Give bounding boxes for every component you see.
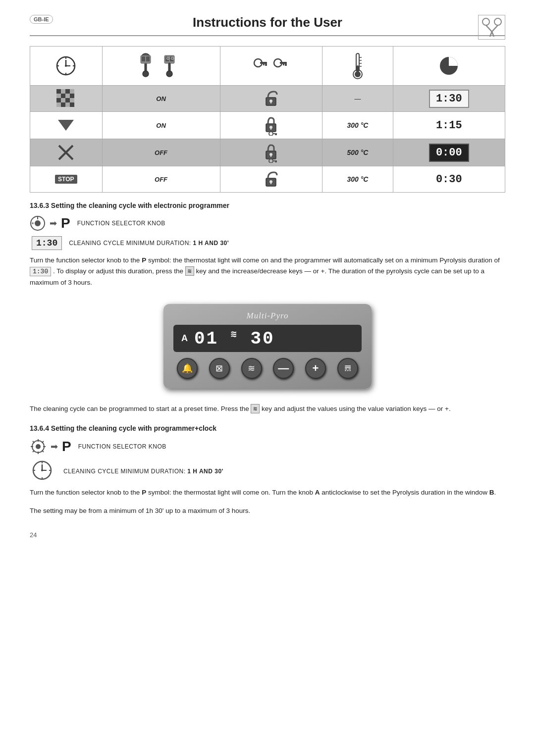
inline-key-icon: ≋	[185, 266, 194, 276]
header-icon	[478, 15, 505, 40]
step-3-icons: ➡ P	[30, 438, 71, 455]
control-panel: Multi-Pyro A 01 ≋ 30 🔔 ⊠ ≋ — +	[163, 304, 372, 389]
panel-title: Multi-Pyro	[173, 311, 362, 321]
svg-rect-33	[260, 62, 267, 64]
svg-rect-53	[70, 89, 74, 94]
locale-badge: GB-IE	[30, 15, 53, 24]
svg-rect-23	[146, 56, 150, 61]
cell-dash: —	[322, 86, 393, 112]
step-4-clock-box	[32, 460, 53, 482]
cell-time-3: 0:00	[393, 139, 505, 166]
svg-rect-68	[270, 101, 271, 103]
svg-point-0	[482, 18, 489, 25]
svg-rect-71	[270, 127, 271, 130]
cell-temp-2: 300 °C	[322, 112, 393, 139]
lock-open-icon	[263, 89, 279, 108]
cell-lock-open-1	[220, 86, 322, 112]
svg-point-93	[36, 444, 41, 449]
big-P-icon-2: P	[62, 439, 71, 454]
section-1-title: 13.6.3 Setting the cleaning cycle with e…	[30, 202, 505, 209]
step-2-time: 1:30	[32, 236, 62, 250]
arrow-right-icon-2: ➡	[51, 441, 58, 452]
step-clock-icon	[32, 460, 53, 481]
status-table: − + ⚙ ⚙	[30, 46, 505, 193]
pie-icon	[398, 56, 500, 76]
cell-time-4: 0:30	[393, 166, 505, 193]
step-2-label: CLEANING CYCLE MINIMUM DURATION: 1 h and…	[69, 240, 229, 247]
single-thermo-icon	[327, 51, 387, 80]
x-button[interactable]: ⊠	[209, 358, 230, 379]
btn-x: ⊠	[209, 358, 230, 379]
svg-rect-65	[70, 102, 74, 107]
big-P-icon-1: P	[61, 215, 70, 231]
clock-icon	[35, 55, 97, 76]
svg-point-105	[41, 469, 43, 471]
display-wave-icon: ≋	[231, 329, 238, 340]
step-2-time-box: 1:30	[32, 236, 62, 250]
stop-badge: STOP	[55, 175, 77, 184]
col-thermo-pair: − + ⚙ ⚙	[102, 47, 220, 86]
svg-point-9	[65, 65, 67, 67]
panel-buttons: 🔔 ⊠ ≋ — + 𝌋	[173, 358, 362, 379]
page-header: GB-IE Instructions for the User	[30, 15, 505, 36]
wave-button[interactable]: ≋	[241, 358, 262, 379]
cell-lock-key	[220, 112, 322, 139]
page-number: 24	[30, 531, 505, 539]
svg-rect-51	[61, 89, 65, 94]
btn-vibrate: 𝌋	[337, 358, 358, 379]
plus-button[interactable]: +	[305, 358, 326, 379]
inline-P-1: P	[142, 256, 146, 264]
lock-with-key-icon	[263, 115, 279, 136]
body-text-2: The cleaning cycle can be programmed to …	[30, 403, 505, 414]
svg-line-99	[42, 451, 44, 453]
inline-time-display: 1:30	[30, 267, 51, 276]
step-3-row: ➡ P FUNCTION SELECTOR KNOB	[30, 438, 505, 455]
bell-button[interactable]: 🔔	[177, 358, 198, 379]
svg-rect-87	[270, 182, 271, 184]
cell-off-2: OFF	[102, 166, 220, 193]
body-text-1: Turn the function selector knob to the P…	[30, 255, 505, 288]
cell-temp-4: 300 °C	[322, 166, 393, 193]
inline-key-2: ≋	[251, 404, 260, 413]
svg-rect-61	[70, 98, 74, 102]
arrow-down-icon	[58, 120, 74, 131]
svg-point-89	[35, 220, 41, 226]
svg-rect-35	[263, 64, 265, 65]
table-row-1: ON — 1:30	[30, 86, 505, 112]
svg-rect-80	[270, 154, 271, 157]
tool-icon	[481, 17, 503, 38]
table-header-row: − + ⚙ ⚙	[30, 47, 505, 86]
cell-time-1: 1:30	[393, 86, 505, 112]
key-left-icon	[253, 57, 269, 75]
knob-A-label: A	[315, 489, 320, 496]
body-text-3: Turn the function selector knob to the P…	[30, 487, 505, 498]
svg-text:⚙: ⚙	[170, 56, 174, 61]
key-right-icon	[273, 57, 289, 75]
svg-line-5	[492, 32, 494, 37]
cell-checkered	[30, 86, 103, 112]
svg-line-3	[492, 25, 498, 32]
btn-plus: +	[305, 358, 326, 379]
step-4-label: CLEANING CYCLE MINIMUM DURATION: 1 h and…	[63, 468, 223, 475]
svg-line-98	[33, 441, 35, 443]
thermo-left-icon: − +	[140, 53, 159, 79]
panel-display: A 01 ≋ 30	[173, 325, 362, 352]
table-row-3: OFF 500 °C 0:00	[30, 139, 505, 166]
cell-x	[30, 139, 103, 166]
body-text-4: The setting may be from a minimum of 1h …	[30, 505, 505, 516]
svg-text:⚙: ⚙	[166, 56, 170, 61]
vibrate-button[interactable]: 𝌋	[337, 358, 358, 379]
svg-rect-55	[61, 94, 65, 98]
svg-rect-37	[280, 62, 287, 64]
window-B-label: B	[489, 489, 494, 496]
step-1-icons: ➡ P	[30, 215, 70, 231]
inline-P-2: P	[142, 489, 146, 496]
cell-stop: STOP	[30, 166, 103, 193]
svg-point-44	[355, 71, 361, 77]
svg-point-17	[143, 71, 149, 77]
col-lock-key	[220, 47, 322, 86]
svg-rect-39	[283, 64, 284, 65]
svg-rect-50	[56, 89, 61, 94]
minus-button[interactable]: —	[273, 358, 294, 379]
btn-minus: —	[273, 358, 294, 379]
